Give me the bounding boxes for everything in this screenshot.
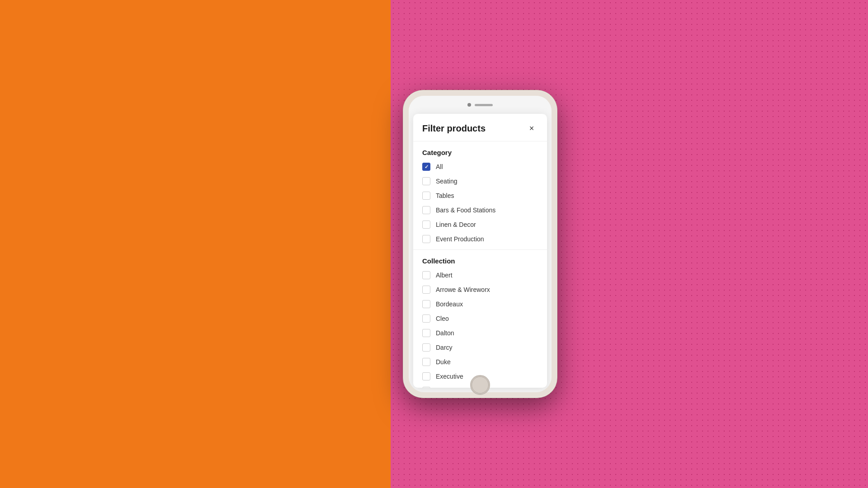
collection-duke-item[interactable]: Duke <box>422 358 538 366</box>
collection-darcy-checkbox[interactable] <box>422 343 430 352</box>
category-all-item[interactable]: All <box>422 163 538 171</box>
category-bars-label: Bars & Food Stations <box>436 206 495 214</box>
phone-device: Filter products × Category All Seating <box>403 90 557 398</box>
collection-albert-checkbox[interactable] <box>422 271 430 279</box>
collection-dalton-item[interactable]: Dalton <box>422 329 538 337</box>
category-heading: Category <box>422 149 538 156</box>
collection-arrowe-item[interactable]: Arrowe & Wireworx <box>422 286 538 294</box>
collection-dalton-checkbox[interactable] <box>422 329 430 337</box>
collection-albert-label: Albert <box>436 272 453 279</box>
category-linen-checkbox[interactable] <box>422 221 430 229</box>
collection-dalton-label: Dalton <box>436 329 454 337</box>
collection-section: Collection Albert Arrowe & Wireworx Bord… <box>422 257 538 388</box>
collection-executive-checkbox[interactable] <box>422 372 430 380</box>
collection-arrowe-label: Arrowe & Wireworx <box>436 286 490 293</box>
status-bar <box>409 96 552 114</box>
category-bars-checkbox[interactable] <box>422 206 430 214</box>
collection-duke-label: Duke <box>436 358 451 366</box>
category-linen-label: Linen & Decor <box>436 221 476 228</box>
category-event-item[interactable]: Event Production <box>422 235 538 243</box>
section-divider <box>413 249 547 250</box>
category-section: Category All Seating Tables <box>422 149 538 243</box>
collection-darcy-item[interactable]: Darcy <box>422 343 538 352</box>
collection-cleo-checkbox[interactable] <box>422 314 430 323</box>
filter-modal: Filter products × Category All Seating <box>413 114 547 388</box>
camera-dot <box>467 103 471 107</box>
category-tables-item[interactable]: Tables <box>422 192 538 200</box>
collection-bordeaux-label: Bordeaux <box>436 300 463 308</box>
category-tables-checkbox[interactable] <box>422 192 430 200</box>
collection-albert-item[interactable]: Albert <box>422 271 538 279</box>
modal-title: Filter products <box>422 123 486 134</box>
collection-cleo-item[interactable]: Cleo <box>422 314 538 323</box>
phone-screen: Filter products × Category All Seating <box>409 96 552 392</box>
category-seating-item[interactable]: Seating <box>422 177 538 185</box>
close-button[interactable]: × <box>525 122 538 135</box>
collection-bordeaux-checkbox[interactable] <box>422 300 430 308</box>
collection-darcy-label: Darcy <box>436 344 453 351</box>
collection-duke-checkbox[interactable] <box>422 358 430 366</box>
collection-heading: Collection <box>422 257 538 265</box>
category-tables-label: Tables <box>436 192 454 199</box>
collection-hairpin-checkbox[interactable] <box>422 387 430 388</box>
phone-home-button[interactable] <box>470 375 490 395</box>
collection-bordeaux-item[interactable]: Bordeaux <box>422 300 538 308</box>
speaker-bar <box>475 104 493 106</box>
orange-background <box>0 0 391 488</box>
modal-header: Filter products × <box>413 114 547 141</box>
category-linen-item[interactable]: Linen & Decor <box>422 221 538 229</box>
category-all-label: All <box>436 163 443 170</box>
category-seating-checkbox[interactable] <box>422 177 430 185</box>
category-event-label: Event Production <box>436 235 484 243</box>
category-event-checkbox[interactable] <box>422 235 430 243</box>
collection-executive-label: Executive <box>436 373 463 380</box>
category-bars-item[interactable]: Bars & Food Stations <box>422 206 538 214</box>
phone-body: Filter products × Category All Seating <box>403 90 557 398</box>
collection-hairpin-label: Hairpin <box>436 387 456 388</box>
modal-body[interactable]: Category All Seating Tables <box>413 141 547 388</box>
category-seating-label: Seating <box>436 178 457 185</box>
collection-arrowe-checkbox[interactable] <box>422 286 430 294</box>
category-all-checkbox[interactable] <box>422 163 430 171</box>
collection-cleo-label: Cleo <box>436 315 449 322</box>
